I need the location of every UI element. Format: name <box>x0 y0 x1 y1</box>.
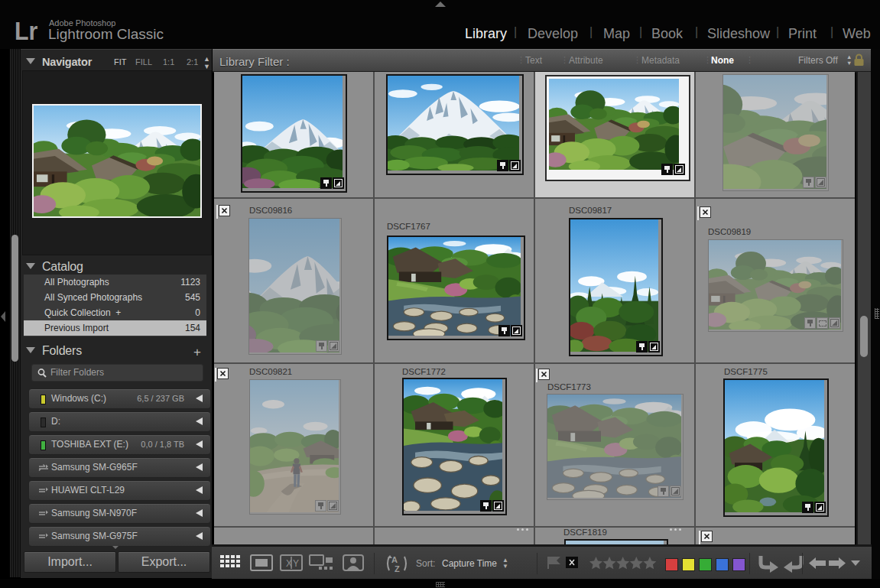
svg-text:Z: Z <box>395 564 400 573</box>
svg-text:A: A <box>391 555 398 564</box>
svg-text:Y: Y <box>293 558 299 569</box>
